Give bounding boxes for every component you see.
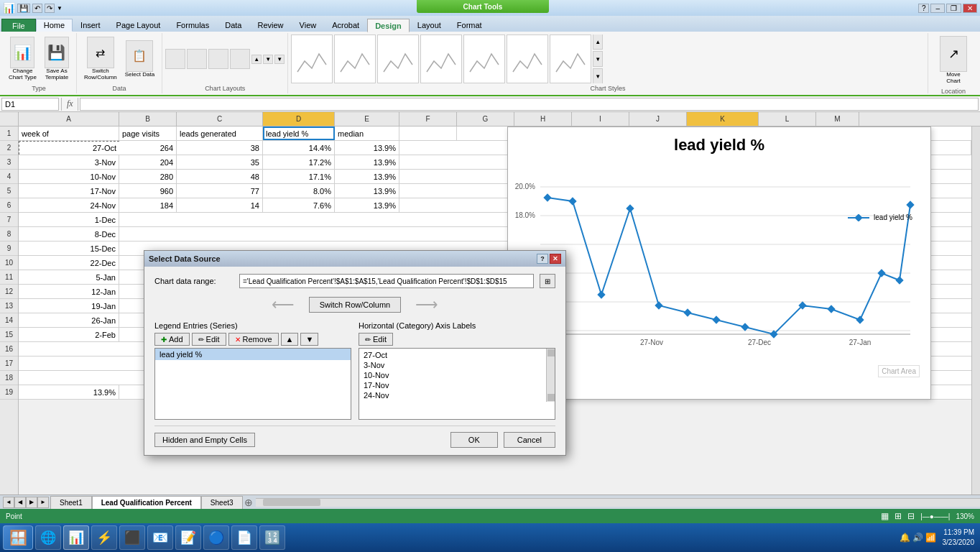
- chart-style-4[interactable]: [420, 34, 462, 83]
- close-btn[interactable]: ✕: [963, 4, 977, 13]
- cancel-button[interactable]: Cancel: [504, 432, 555, 448]
- col-header-f[interactable]: F: [399, 112, 457, 126]
- cell-e4[interactable]: 13.9%: [335, 170, 399, 183]
- cell-b5[interactable]: 960: [119, 184, 177, 198]
- remove-series-button[interactable]: ✕ Remove: [228, 333, 279, 346]
- cell-a15[interactable]: 2-Feb: [19, 328, 119, 341]
- axis-labels-list[interactable]: 27-Oct 3-Nov 10-Nov 17-Nov 24-Nov: [359, 348, 555, 420]
- row-num-5[interactable]: 5: [0, 184, 18, 198]
- view-normal-btn[interactable]: ▦: [881, 511, 889, 521]
- chart-area[interactable]: lead yield % 20.0% 18.0% ct: [507, 126, 931, 400]
- chart-layout-2[interactable]: [187, 49, 207, 69]
- row-num-7[interactable]: 7: [0, 213, 18, 227]
- list-item[interactable]: 10-Nov: [362, 370, 543, 380]
- row-num-8[interactable]: 8: [0, 227, 18, 242]
- row-num-3[interactable]: 3: [0, 155, 18, 170]
- quick-undo[interactable]: ↶: [32, 4, 42, 13]
- row-num-2[interactable]: 2: [0, 141, 18, 155]
- cell-a9[interactable]: 15-Dec: [19, 242, 119, 255]
- view-page-break-btn[interactable]: ⊟: [907, 511, 915, 521]
- cell-a4[interactable]: 10-Nov: [19, 170, 119, 183]
- row-num-1[interactable]: 1: [0, 126, 18, 141]
- tab-nav-next[interactable]: ►: [37, 497, 49, 508]
- col-header-b[interactable]: B: [119, 112, 177, 126]
- taskbar-word[interactable]: 📝: [175, 525, 201, 550]
- cell-a19[interactable]: 13.9%: [19, 385, 119, 399]
- styles-scroll-up[interactable]: ▲: [593, 34, 603, 50]
- chart-style-3[interactable]: [377, 34, 419, 83]
- row-num-6[interactable]: 6: [0, 198, 18, 213]
- chart-style-2[interactable]: [334, 34, 376, 83]
- cell-b3[interactable]: 204: [119, 155, 177, 169]
- list-item[interactable]: 24-Nov: [362, 390, 543, 400]
- chart-range-expand-btn[interactable]: ⊞: [540, 274, 555, 288]
- minimize-btn[interactable]: –: [930, 4, 945, 13]
- zoom-slider[interactable]: |—●——|: [920, 512, 950, 520]
- vertical-scrollbar[interactable]: [971, 126, 980, 494]
- taskbar-powershell[interactable]: ⚡: [91, 525, 117, 550]
- col-header-a[interactable]: A: [19, 112, 119, 126]
- cell-a11[interactable]: 5-Jan: [19, 270, 119, 284]
- cell-d3[interactable]: 17.2%: [263, 155, 335, 169]
- cell-c4[interactable]: 48: [177, 170, 263, 183]
- cell-c6[interactable]: 14: [177, 198, 263, 212]
- tab-layout[interactable]: Layout: [410, 19, 449, 32]
- move-down-button[interactable]: ▼: [300, 333, 318, 346]
- cell-d1[interactable]: lead yield %: [263, 126, 335, 140]
- row-num-12[interactable]: 12: [0, 285, 18, 299]
- styles-expand[interactable]: ▼: [593, 68, 603, 83]
- move-up-button[interactable]: ▲: [281, 333, 299, 346]
- dialog-close-btn[interactable]: ✕: [550, 254, 561, 264]
- chart-layout-4[interactable]: [230, 49, 250, 69]
- chart-style-6[interactable]: [507, 34, 548, 83]
- sheet-tab-3[interactable]: Sheet3: [201, 496, 243, 509]
- name-box[interactable]: [1, 98, 59, 111]
- row-num-18[interactable]: 18: [0, 371, 18, 385]
- tab-file[interactable]: File: [1, 19, 36, 32]
- series-list[interactable]: lead yield %: [154, 348, 351, 420]
- col-header-h[interactable]: H: [514, 112, 572, 126]
- row-num-13[interactable]: 13: [0, 299, 18, 313]
- cell-e3[interactable]: 13.9%: [335, 155, 399, 169]
- switch-row-column-btn[interactable]: ⇄ SwitchRow/Column: [81, 35, 120, 83]
- taskbar-excel[interactable]: 📊: [63, 525, 89, 550]
- ok-button[interactable]: OK: [450, 432, 498, 448]
- chart-layout-1[interactable]: [165, 49, 185, 69]
- row-num-15[interactable]: 15: [0, 328, 18, 342]
- col-header-e[interactable]: E: [335, 112, 399, 126]
- cell-a7[interactable]: 1-Dec: [19, 213, 119, 226]
- tab-view[interactable]: View: [292, 19, 325, 32]
- sheet-tab-2[interactable]: Lead Qualification Percent: [92, 496, 201, 509]
- quick-save[interactable]: 💾: [17, 4, 30, 13]
- tab-format[interactable]: Format: [449, 19, 490, 32]
- select-data-btn[interactable]: 📋 Select Data: [122, 39, 157, 80]
- col-header-m[interactable]: M: [816, 112, 859, 126]
- layout-expand[interactable]: ▼: [274, 55, 285, 64]
- tab-home[interactable]: Home: [36, 19, 73, 32]
- list-item[interactable]: 27-Oct: [362, 350, 543, 360]
- cell-a12[interactable]: 12-Jan: [19, 285, 119, 298]
- taskbar-chrome[interactable]: 🔵: [203, 525, 229, 550]
- edit-axis-button[interactable]: ✏ Edit: [359, 333, 393, 346]
- cell-a10[interactable]: 22-Dec: [19, 256, 119, 270]
- add-sheet-btn[interactable]: ⊕: [244, 497, 253, 508]
- help-btn[interactable]: ?: [918, 4, 930, 13]
- cell-c2[interactable]: 38: [177, 141, 263, 155]
- view-layout-btn[interactable]: ⊞: [895, 511, 902, 521]
- cell-a8[interactable]: 8-Dec: [19, 227, 119, 241]
- start-btn[interactable]: 🪟: [3, 525, 33, 550]
- tab-data[interactable]: Data: [217, 19, 249, 32]
- switch-row-column-button[interactable]: Switch Row/Column: [309, 297, 401, 313]
- cell-d5[interactable]: 8.0%: [263, 184, 335, 198]
- cell-b1[interactable]: page visits: [119, 126, 177, 140]
- tab-nav-prev2[interactable]: ◀: [14, 497, 26, 508]
- row-num-19[interactable]: 19: [0, 385, 18, 400]
- tab-acrobat[interactable]: Acrobat: [324, 19, 367, 32]
- tab-design[interactable]: Design: [367, 19, 410, 32]
- save-as-template-btn[interactable]: 💾 Save AsTemplate: [42, 35, 72, 83]
- tab-page-layout[interactable]: Page Layout: [108, 19, 169, 32]
- taskbar-outlook[interactable]: 📧: [147, 525, 173, 550]
- tab-insert[interactable]: Insert: [73, 19, 108, 32]
- tab-nav-prev[interactable]: ◄: [3, 497, 14, 508]
- cell-b2[interactable]: 264: [119, 141, 177, 155]
